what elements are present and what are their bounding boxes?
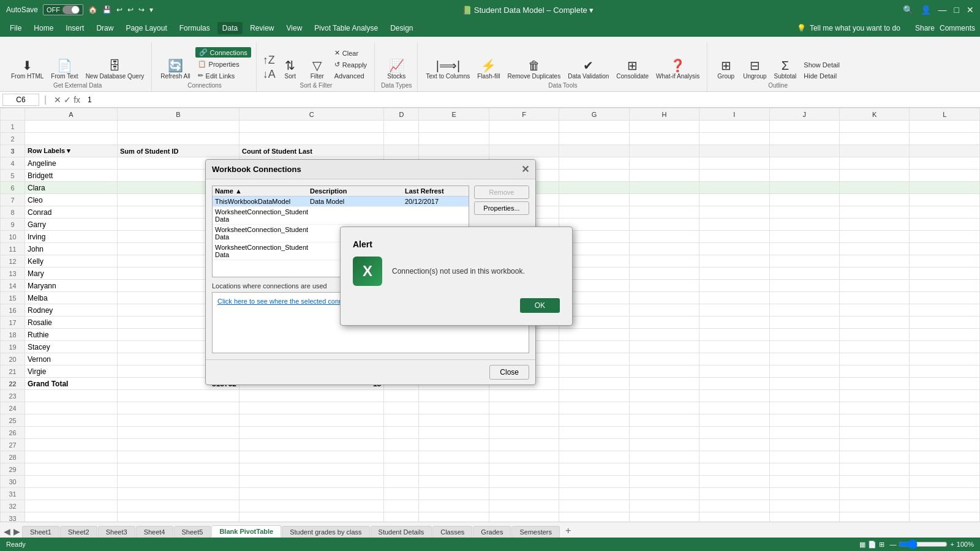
data-validation-button[interactable]: ✔ Data Validation bbox=[565, 58, 611, 81]
tab-sheet5[interactable]: Sheet5 bbox=[174, 526, 211, 538]
clear-button[interactable]: ✕ Clear bbox=[332, 48, 369, 58]
menu-formulas[interactable]: Formulas bbox=[175, 22, 215, 34]
alert-ok-button[interactable]: OK bbox=[520, 298, 560, 313]
tab-sheet2[interactable]: Sheet2 bbox=[60, 526, 97, 538]
cell-1a[interactable] bbox=[384, 121, 419, 133]
filter-button[interactable]: ▽ Filter bbox=[305, 58, 330, 81]
tab-classes[interactable]: Classes bbox=[432, 526, 472, 538]
dropdown-icon[interactable]: ▾ bbox=[589, 6, 594, 15]
zoom-slider[interactable] bbox=[899, 539, 948, 549]
home-icon[interactable]: 🏠 bbox=[88, 6, 97, 14]
cell-3j[interactable] bbox=[769, 145, 839, 157]
cell-2a[interactable] bbox=[559, 133, 629, 145]
zoom-out-icon[interactable]: — bbox=[889, 541, 896, 548]
new-db-query-button[interactable]: 🗄 New Database Query bbox=[83, 58, 147, 81]
what-if-button[interactable]: ❓ What-if Analysis bbox=[654, 58, 702, 81]
next-sheet-icon[interactable]: ▶ bbox=[12, 525, 21, 538]
cell-2a[interactable] bbox=[419, 133, 489, 145]
insert-function-icon[interactable]: fx bbox=[74, 95, 80, 105]
cell-8a[interactable]: Conrad bbox=[25, 206, 118, 219]
cell-1a[interactable] bbox=[419, 121, 489, 133]
tab-sheet1[interactable]: Sheet1 bbox=[22, 526, 59, 538]
tab-sheet3[interactable]: Sheet3 bbox=[98, 526, 135, 538]
maximize-icon[interactable]: □ bbox=[954, 5, 959, 15]
cell-11a[interactable]: John bbox=[25, 243, 118, 255]
remove-duplicates-button[interactable]: 🗑 Remove Duplicates bbox=[505, 58, 563, 81]
conn-item-1[interactable]: WorksheetConnection_Student Data bbox=[213, 207, 469, 225]
cell-6a[interactable]: Clara bbox=[25, 182, 118, 194]
cell-1a[interactable] bbox=[910, 121, 980, 133]
redo-icon[interactable]: ↪ bbox=[138, 6, 145, 14]
close-icon[interactable]: ✕ bbox=[967, 5, 974, 15]
cell-2a[interactable] bbox=[384, 133, 419, 145]
flash-fill-button[interactable]: ⚡ Flash-fill bbox=[475, 58, 502, 81]
from-html-button[interactable]: ⬇ From HTML bbox=[9, 58, 46, 81]
col-header-l[interactable]: L bbox=[910, 108, 980, 121]
connections-button[interactable]: 🔗 Connections bbox=[195, 47, 251, 58]
search-icon[interactable]: 🔍 bbox=[903, 5, 913, 15]
tab-student-details[interactable]: Student Details bbox=[371, 526, 432, 538]
text-to-columns-button[interactable]: |⟹| Text to Columns bbox=[424, 58, 473, 81]
cell-18a[interactable]: Ruthie bbox=[25, 329, 118, 341]
cell-9a[interactable]: Garry bbox=[25, 219, 118, 231]
tab-sheet4[interactable]: Sheet4 bbox=[136, 526, 173, 538]
tab-blank-pivot[interactable]: Blank PivotTable bbox=[211, 525, 281, 538]
cell-2a[interactable] bbox=[489, 133, 559, 145]
col-header-a[interactable]: A bbox=[25, 108, 118, 121]
cell-15a[interactable]: Melba bbox=[25, 292, 118, 304]
sort-button[interactable]: ⇅ Sort bbox=[278, 58, 303, 81]
cell-3b[interactable]: Sum of Student ID bbox=[118, 145, 239, 157]
cell-2a[interactable] bbox=[910, 133, 980, 145]
cell-1a[interactable] bbox=[769, 121, 839, 133]
remove-conn-button[interactable]: Remove bbox=[474, 186, 529, 199]
subtotal-button[interactable]: Σ Subtotal bbox=[772, 58, 799, 81]
cell-reference[interactable] bbox=[2, 94, 39, 106]
cell-3d[interactable] bbox=[384, 145, 419, 157]
cell-4a[interactable]: Angeline bbox=[25, 157, 118, 170]
save-icon[interactable]: 💾 bbox=[102, 6, 111, 14]
cell-3i[interactable] bbox=[699, 145, 769, 157]
tell-me-label[interactable]: Tell me what you want to do bbox=[810, 24, 900, 32]
menu-pivot-analyse[interactable]: Pivot Table Analyse bbox=[309, 22, 383, 34]
menu-home[interactable]: Home bbox=[29, 22, 58, 34]
share-button[interactable]: Share bbox=[915, 24, 935, 32]
cell-3l[interactable] bbox=[910, 145, 980, 157]
cell-1a[interactable] bbox=[25, 121, 118, 133]
cell-2a[interactable] bbox=[239, 133, 384, 145]
cell-3h[interactable] bbox=[629, 145, 699, 157]
cell-3c[interactable]: Count of Student Last bbox=[239, 145, 384, 157]
edit-links-button[interactable]: ✏ Edit Links bbox=[195, 70, 251, 81]
cell-2a[interactable] bbox=[629, 133, 699, 145]
consolidate-button[interactable]: ⊞ Consolidate bbox=[614, 58, 651, 81]
cell-5a[interactable]: Bridgett bbox=[25, 170, 118, 182]
hide-detail-button[interactable]: Hide Detail bbox=[801, 71, 842, 81]
cell-19a[interactable]: Stacey bbox=[25, 341, 118, 353]
cell-1a[interactable] bbox=[699, 121, 769, 133]
group-button[interactable]: ⊞ Group bbox=[714, 58, 738, 81]
cell-1a[interactable] bbox=[559, 121, 629, 133]
menu-review[interactable]: Review bbox=[245, 22, 279, 34]
cell-1a[interactable] bbox=[489, 121, 559, 133]
cell-1a[interactable] bbox=[839, 121, 909, 133]
cell-3k[interactable] bbox=[839, 145, 909, 157]
cell-10a[interactable]: Irving bbox=[25, 231, 118, 243]
page-break-view-icon[interactable]: ⊞ bbox=[879, 541, 884, 549]
cell-2a[interactable] bbox=[25, 133, 118, 145]
col-header-g[interactable]: G bbox=[559, 108, 629, 121]
cell-1a[interactable] bbox=[239, 121, 384, 133]
cell-3e[interactable] bbox=[419, 145, 489, 157]
cell-2a[interactable] bbox=[118, 133, 239, 145]
cell-3g[interactable] bbox=[559, 145, 629, 157]
cell-16a[interactable]: Rodney bbox=[25, 304, 118, 317]
formula-input[interactable] bbox=[85, 94, 978, 105]
menu-design[interactable]: Design bbox=[385, 22, 418, 34]
user-icon[interactable]: 👤 bbox=[921, 5, 931, 15]
ungroup-button[interactable]: ⊟ Ungroup bbox=[741, 58, 769, 81]
page-layout-view-icon[interactable]: 📄 bbox=[868, 541, 876, 549]
col-header-d[interactable]: D bbox=[384, 108, 419, 121]
cell-20a[interactable]: Vernon bbox=[25, 353, 118, 365]
menu-file[interactable]: File bbox=[5, 22, 26, 34]
cell-2a[interactable] bbox=[839, 133, 909, 145]
col-header-c[interactable]: C bbox=[239, 108, 384, 121]
col-header-i[interactable]: I bbox=[699, 108, 769, 121]
